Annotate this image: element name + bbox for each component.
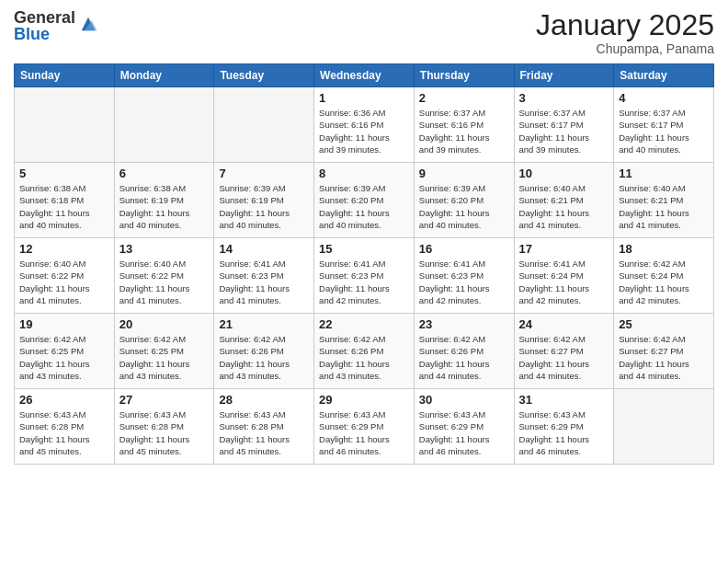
logo-blue: Blue — [14, 26, 75, 42]
calendar-cell: 5Sunrise: 6:38 AM Sunset: 6:18 PM Daylig… — [15, 163, 115, 238]
day-info: Sunrise: 6:41 AM Sunset: 6:24 PM Dayligh… — [519, 258, 609, 306]
header-row: Sunday Monday Tuesday Wednesday Thursday… — [15, 64, 714, 87]
day-info: Sunrise: 6:42 AM Sunset: 6:26 PM Dayligh… — [319, 333, 409, 382]
day-number: 14 — [219, 242, 309, 256]
calendar-cell: 4Sunrise: 6:37 AM Sunset: 6:17 PM Daylig… — [614, 87, 714, 163]
calendar-cell: 25Sunrise: 6:42 AM Sunset: 6:27 PM Dayli… — [614, 314, 714, 389]
calendar-cell: 2Sunrise: 6:37 AM Sunset: 6:16 PM Daylig… — [414, 87, 514, 163]
logo-general: General — [14, 9, 75, 26]
location: Chupampa, Panama — [536, 41, 714, 56]
calendar-cell: 1Sunrise: 6:36 AM Sunset: 6:16 PM Daylig… — [314, 87, 415, 163]
day-number: 19 — [19, 317, 109, 331]
day-info: Sunrise: 6:41 AM Sunset: 6:23 PM Dayligh… — [419, 258, 509, 306]
day-number: 10 — [519, 167, 609, 180]
day-info: Sunrise: 6:42 AM Sunset: 6:26 PM Dayligh… — [219, 333, 309, 382]
day-number: 6 — [119, 167, 210, 180]
logo-text: General Blue — [14, 9, 75, 42]
day-info: Sunrise: 6:42 AM Sunset: 6:27 PM Dayligh… — [619, 333, 709, 382]
day-number: 23 — [419, 317, 509, 331]
day-number: 25 — [619, 317, 709, 331]
page: General Blue January 2025 Chupampa, Pana… — [0, 0, 728, 563]
day-info: Sunrise: 6:39 AM Sunset: 6:19 PM Dayligh… — [219, 182, 309, 231]
day-number: 2 — [419, 91, 509, 105]
day-info: Sunrise: 6:39 AM Sunset: 6:20 PM Dayligh… — [419, 182, 509, 231]
day-info: Sunrise: 6:42 AM Sunset: 6:27 PM Dayligh… — [519, 333, 609, 382]
day-number: 13 — [119, 242, 210, 256]
calendar-table: Sunday Monday Tuesday Wednesday Thursday… — [14, 63, 714, 465]
day-info: Sunrise: 6:37 AM Sunset: 6:17 PM Dayligh… — [519, 107, 609, 155]
month-title: January 2025 — [536, 9, 714, 41]
calendar-cell: 12Sunrise: 6:40 AM Sunset: 6:22 PM Dayli… — [15, 238, 115, 314]
day-info: Sunrise: 6:39 AM Sunset: 6:20 PM Dayligh… — [319, 182, 409, 231]
day-info: Sunrise: 6:38 AM Sunset: 6:19 PM Dayligh… — [119, 182, 210, 231]
logo: General Blue — [14, 9, 98, 42]
day-number: 30 — [419, 393, 509, 407]
calendar-cell: 15Sunrise: 6:41 AM Sunset: 6:23 PM Dayli… — [314, 238, 415, 314]
calendar-cell: 31Sunrise: 6:43 AM Sunset: 6:29 PM Dayli… — [514, 389, 614, 465]
day-number: 21 — [219, 317, 309, 331]
title-area: January 2025 Chupampa, Panama — [536, 9, 714, 56]
week-row-3: 12Sunrise: 6:40 AM Sunset: 6:22 PM Dayli… — [15, 238, 714, 314]
calendar-cell: 20Sunrise: 6:42 AM Sunset: 6:25 PM Dayli… — [114, 314, 214, 389]
calendar-cell — [214, 87, 314, 163]
calendar-cell: 26Sunrise: 6:43 AM Sunset: 6:28 PM Dayli… — [15, 389, 115, 465]
day-number: 8 — [319, 167, 409, 180]
calendar-cell: 24Sunrise: 6:42 AM Sunset: 6:27 PM Dayli… — [514, 314, 614, 389]
calendar-cell: 17Sunrise: 6:41 AM Sunset: 6:24 PM Dayli… — [514, 238, 614, 314]
calendar-cell: 14Sunrise: 6:41 AM Sunset: 6:23 PM Dayli… — [214, 238, 314, 314]
day-number: 24 — [519, 317, 609, 331]
calendar-cell: 3Sunrise: 6:37 AM Sunset: 6:17 PM Daylig… — [514, 87, 614, 163]
day-info: Sunrise: 6:42 AM Sunset: 6:25 PM Dayligh… — [119, 333, 210, 382]
day-info: Sunrise: 6:43 AM Sunset: 6:28 PM Dayligh… — [219, 408, 309, 457]
calendar-cell: 30Sunrise: 6:43 AM Sunset: 6:29 PM Dayli… — [414, 389, 514, 465]
day-info: Sunrise: 6:43 AM Sunset: 6:29 PM Dayligh… — [319, 408, 409, 457]
day-number: 7 — [219, 167, 309, 180]
day-number: 5 — [19, 167, 109, 180]
day-info: Sunrise: 6:38 AM Sunset: 6:18 PM Dayligh… — [19, 182, 109, 231]
calendar-cell: 6Sunrise: 6:38 AM Sunset: 6:19 PM Daylig… — [114, 163, 214, 238]
day-info: Sunrise: 6:43 AM Sunset: 6:28 PM Dayligh… — [119, 408, 210, 457]
day-info: Sunrise: 6:43 AM Sunset: 6:29 PM Dayligh… — [419, 408, 509, 457]
day-number: 3 — [519, 91, 609, 105]
header-thursday: Thursday — [414, 64, 514, 87]
day-info: Sunrise: 6:42 AM Sunset: 6:25 PM Dayligh… — [19, 333, 109, 382]
day-info: Sunrise: 6:43 AM Sunset: 6:28 PM Dayligh… — [19, 408, 109, 457]
week-row-2: 5Sunrise: 6:38 AM Sunset: 6:18 PM Daylig… — [15, 163, 714, 238]
day-number: 1 — [319, 91, 409, 105]
header-monday: Monday — [114, 64, 214, 87]
calendar-cell: 9Sunrise: 6:39 AM Sunset: 6:20 PM Daylig… — [414, 163, 514, 238]
day-info: Sunrise: 6:42 AM Sunset: 6:24 PM Dayligh… — [619, 258, 709, 306]
day-number: 15 — [319, 242, 409, 256]
calendar-cell: 16Sunrise: 6:41 AM Sunset: 6:23 PM Dayli… — [414, 238, 514, 314]
header: General Blue January 2025 Chupampa, Pana… — [14, 9, 714, 56]
day-number: 4 — [619, 91, 709, 105]
day-info: Sunrise: 6:40 AM Sunset: 6:22 PM Dayligh… — [19, 258, 109, 306]
day-number: 16 — [419, 242, 509, 256]
day-number: 9 — [419, 167, 509, 180]
logo-icon — [78, 14, 98, 34]
header-tuesday: Tuesday — [214, 64, 314, 87]
day-info: Sunrise: 6:41 AM Sunset: 6:23 PM Dayligh… — [319, 258, 409, 306]
day-info: Sunrise: 6:36 AM Sunset: 6:16 PM Dayligh… — [319, 107, 409, 155]
day-number: 29 — [319, 393, 409, 407]
day-info: Sunrise: 6:42 AM Sunset: 6:26 PM Dayligh… — [419, 333, 509, 382]
day-info: Sunrise: 6:41 AM Sunset: 6:23 PM Dayligh… — [219, 258, 309, 306]
week-row-5: 26Sunrise: 6:43 AM Sunset: 6:28 PM Dayli… — [15, 389, 714, 465]
calendar-cell — [15, 87, 115, 163]
calendar-cell: 13Sunrise: 6:40 AM Sunset: 6:22 PM Dayli… — [114, 238, 214, 314]
calendar-cell: 19Sunrise: 6:42 AM Sunset: 6:25 PM Dayli… — [15, 314, 115, 389]
day-number: 11 — [619, 167, 709, 180]
day-info: Sunrise: 6:40 AM Sunset: 6:21 PM Dayligh… — [619, 182, 709, 231]
calendar-cell: 21Sunrise: 6:42 AM Sunset: 6:26 PM Dayli… — [214, 314, 314, 389]
calendar-cell: 7Sunrise: 6:39 AM Sunset: 6:19 PM Daylig… — [214, 163, 314, 238]
day-info: Sunrise: 6:40 AM Sunset: 6:22 PM Dayligh… — [119, 258, 210, 306]
day-info: Sunrise: 6:37 AM Sunset: 6:16 PM Dayligh… — [419, 107, 509, 155]
day-number: 26 — [19, 393, 109, 407]
header-sunday: Sunday — [15, 64, 115, 87]
day-number: 12 — [19, 242, 109, 256]
day-number: 22 — [319, 317, 409, 331]
day-number: 17 — [519, 242, 609, 256]
week-row-4: 19Sunrise: 6:42 AM Sunset: 6:25 PM Dayli… — [15, 314, 714, 389]
calendar-cell: 22Sunrise: 6:42 AM Sunset: 6:26 PM Dayli… — [314, 314, 415, 389]
day-number: 31 — [519, 393, 609, 407]
